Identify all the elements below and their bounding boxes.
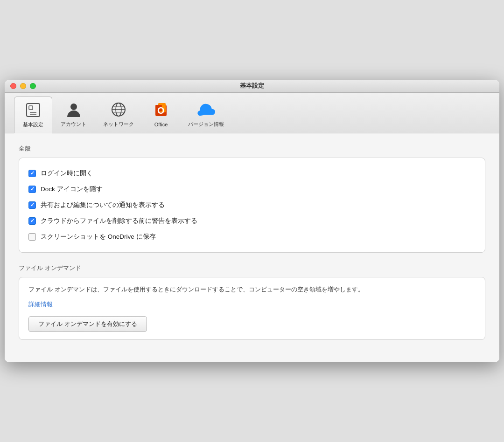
checkbox-dock-label: Dock アイコンを隠す [41,185,103,193]
tab-office-label: Office [154,122,168,127]
tab-network-label: ネットワーク [103,121,134,128]
svg-rect-1 [29,106,33,110]
checkbox-warn-label: クラウドからファイルを削除する前に警告を表示する [41,217,197,225]
svg-point-4 [70,104,77,110]
tab-version-label: バージョン情報 [188,121,224,128]
tab-general[interactable]: 基本設定 [14,97,52,133]
svg-text:O: O [157,105,165,116]
tab-account-label: アカウント [61,121,86,128]
checkbox-row-warn: クラウドからファイルを削除する前に警告を表示する [28,213,476,229]
tab-network[interactable]: ネットワーク [95,97,142,132]
general-section-box: ログイン時に開く Dock アイコンを隠す 共有および編集についての通知を表示す… [19,158,485,253]
version-icon [197,100,216,119]
checkbox-row-notify: 共有および編集についての通知を表示する [28,197,476,213]
tab-version[interactable]: バージョン情報 [180,97,232,132]
tab-general-label: 基本設定 [23,121,43,128]
checkbox-notify[interactable] [28,201,36,209]
file-on-demand-section-title: ファイル オンデマンド [19,264,485,272]
checkbox-row-dock: Dock アイコンを隠す [28,181,476,197]
file-on-demand-description: ファイル オンデマンドは、ファイルを使用するときにダウンロードすることで、コンピ… [28,285,476,295]
window-title: 基本設定 [240,82,264,90]
maximize-button[interactable] [30,83,36,89]
checkbox-login[interactable] [28,170,36,177]
titlebar: 基本設定 [5,80,499,93]
tab-account[interactable]: アカウント [52,97,95,132]
checkbox-warn[interactable] [28,217,36,225]
tab-office[interactable]: O Office [142,97,180,132]
office-icon: O [152,101,170,120]
checkbox-screenshot[interactable] [28,233,36,241]
checkbox-dock[interactable] [28,186,36,193]
checkbox-screenshot-label: スクリーンショットを OneDrive に保存 [41,233,156,241]
account-icon [64,100,83,119]
checkbox-row-screenshot: スクリーンショットを OneDrive に保存 [28,229,476,245]
toolbar: 基本設定 アカウント ネットワ [5,93,499,133]
minimize-button[interactable] [20,83,26,89]
preferences-window: 基本設定 基本設定 ア [5,80,499,363]
network-icon [109,100,128,119]
checkbox-login-label: ログイン時に開く [41,169,93,178]
general-section-title: 全般 [19,145,485,153]
close-button[interactable] [10,83,16,89]
file-on-demand-section-box: ファイル オンデマンドは、ファイルを使用するときにダウンロードすることで、コンピ… [19,277,485,340]
general-icon [24,101,42,119]
enable-file-on-demand-button[interactable]: ファイル オンデマンドを有効にする [28,316,147,332]
checkbox-notify-label: 共有および編集についての通知を表示する [41,201,165,209]
main-content: 全般 ログイン時に開く Dock アイコンを隠す 共有および編集についての通知を… [5,133,499,363]
learn-more-link[interactable]: 詳細情報 [28,300,53,309]
checkbox-row-login: ログイン時に開く [28,166,476,181]
traffic-lights [10,83,36,89]
